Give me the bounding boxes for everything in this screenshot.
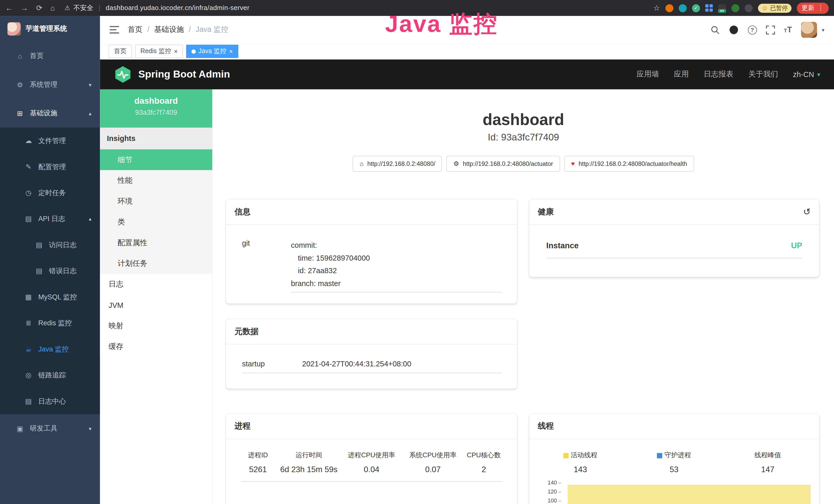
sidebar-item-home[interactable]: ⌂ 首页 xyxy=(0,42,100,70)
chevron-down-icon: ▾ xyxy=(89,82,91,88)
hamburger-icon[interactable] xyxy=(110,26,119,33)
chevron-down-icon: ▾ xyxy=(817,71,820,78)
fullscreen-icon[interactable] xyxy=(766,25,775,34)
instance-name: dashboard xyxy=(100,96,212,106)
leaf-extension-icon[interactable] xyxy=(731,4,739,12)
sba-item-metrics[interactable]: 性能 xyxy=(100,170,212,191)
extension-icon[interactable] xyxy=(679,4,686,12)
history-icon[interactable]: ↺ xyxy=(803,206,811,217)
column-header: 运行时间 xyxy=(279,451,339,460)
redis-icon: ≣ xyxy=(24,319,32,327)
app-title: 芋道管理系统 xyxy=(25,24,67,33)
legend-label: 活动线程 xyxy=(571,451,597,460)
threads-card: 线程 活动线程 143 守护进程 53 线程峰值 147 xyxy=(529,414,819,504)
sidebar-item-java-monitor[interactable]: ☕ Java 监控 xyxy=(0,336,100,362)
tab-java-monitor[interactable]: Java 监控 × xyxy=(186,45,238,58)
sba-item-jvm[interactable]: JVM xyxy=(100,295,212,315)
sidebar-item-access-logs[interactable]: ▤ 访问日志 xyxy=(0,232,100,258)
extension-icon[interactable] xyxy=(665,4,673,12)
search-icon[interactable] xyxy=(710,25,720,34)
sidebar-item-file-manage[interactable]: ☁ 文件管理 xyxy=(0,128,100,154)
close-icon[interactable]: × xyxy=(174,48,178,54)
sba-item-details[interactable]: 细节 xyxy=(100,150,212,170)
tab-label: 首页 xyxy=(114,47,127,56)
breadcrumb-infra[interactable]: 基础设施 xyxy=(142,25,184,35)
sidebar-item-tracing[interactable]: ◎ 链路追踪 xyxy=(0,362,100,388)
metadata-key: startup xyxy=(242,360,302,368)
legend-value: 143 xyxy=(533,465,627,474)
sba-brand[interactable]: Spring Boot Admin xyxy=(114,66,230,84)
chevron-down-icon[interactable]: ▾ xyxy=(822,27,824,33)
nav-wallboard[interactable]: 应用墙 xyxy=(636,70,659,79)
metadata-card: 元数据 startup 2021-04-27T00:44:31.254+08:0… xyxy=(226,319,517,389)
sidebar-item-infra[interactable]: ⊞ 基础设施 ▴ xyxy=(0,99,100,128)
sba-item-environment[interactable]: 环境 xyxy=(100,191,212,211)
tab-redis-monitor[interactable]: Redis 监控 × xyxy=(135,45,183,58)
card-title: 进程 xyxy=(235,421,250,431)
sidebar-item-system[interactable]: ⚙ 系统管理 ▾ xyxy=(0,70,100,99)
help-icon[interactable]: ? xyxy=(748,25,757,34)
site-security[interactable]: ⚠ 不安全 xyxy=(64,3,93,12)
gear-icon: ⚙ xyxy=(16,81,24,89)
extensions-grid-icon[interactable] xyxy=(705,4,712,12)
instance-id-line: Id: 93a3fc7f7409 xyxy=(213,132,834,143)
font-size-icon[interactable]: TT xyxy=(784,25,792,35)
sba-brand-title: Spring Boot Admin xyxy=(138,69,230,81)
github-icon[interactable] xyxy=(728,25,739,35)
paused-badge[interactable]: ☺ 已暂停 xyxy=(758,3,791,12)
divider: | xyxy=(98,4,101,12)
nav-applications[interactable]: 应用 xyxy=(674,70,688,79)
forward-icon[interactable]: → xyxy=(21,4,28,12)
sidebar-item-scheduled-jobs[interactable]: ◷ 定时任务 xyxy=(0,180,100,206)
sidebar-item-dev-tools[interactable]: ▣ 研发工具 ▾ xyxy=(0,414,100,443)
avatar[interactable] xyxy=(801,22,817,38)
sidebar-item-api-logs[interactable]: ▤ API 日志 ▴ xyxy=(0,206,100,232)
legend-value: 147 xyxy=(721,465,815,474)
update-button[interactable]: 更新 ⋮ xyxy=(797,2,829,13)
sba-instance-header[interactable]: dashboard 93a3fc7f7409 xyxy=(100,89,212,128)
health-url-link[interactable]: ♥ http://192.168.0.2:48080/actuator/heal… xyxy=(564,156,694,172)
card-title: 元数据 xyxy=(235,327,258,337)
back-icon[interactable]: ← xyxy=(5,4,13,12)
clock-icon: ◷ xyxy=(24,189,32,197)
actuator-url-link[interactable]: ⚙ http://192.168.0.2:48080/actuator xyxy=(446,156,560,172)
tabs-bar: 首页 Redis 监控 × Java 监控 × xyxy=(100,44,834,60)
switch-extension-icon[interactable]: on xyxy=(718,4,726,12)
sidebar-item-error-logs[interactable]: ▤ 错误日志 xyxy=(0,258,100,284)
sidebar-item-label: 基础设施 xyxy=(30,108,58,118)
bookmark-star-icon[interactable]: ☆ xyxy=(653,4,660,12)
health-card: 健康 ↺ Instance UP xyxy=(529,200,819,277)
tab-home[interactable]: 首页 xyxy=(108,45,132,58)
browser-menu-icon[interactable]: ⋮ xyxy=(817,4,824,12)
sidebar-item-mysql-monitor[interactable]: ▦ MySQL 监控 xyxy=(0,284,100,310)
breadcrumb-home[interactable]: 首页 xyxy=(128,25,142,35)
service-url-link[interactable]: ⌂ http://192.168.0.2:48080/ xyxy=(353,156,442,172)
vue-devtools-icon[interactable]: ✓ xyxy=(692,4,700,12)
extension-icon[interactable] xyxy=(745,4,752,12)
sba-item-scheduledtasks[interactable]: 计划任务 xyxy=(100,253,212,274)
sba-item-classes[interactable]: 类 xyxy=(100,211,212,232)
nav-journal[interactable]: 日志报表 xyxy=(704,70,733,79)
update-label: 更新 xyxy=(802,3,814,12)
info-card: 信息 git commit: time: 1596289704000 id: 2… xyxy=(226,200,517,304)
reload-icon[interactable]: ⟳ xyxy=(36,4,42,12)
small-t: T xyxy=(784,28,787,33)
info-line: commit: xyxy=(291,239,502,252)
address-bar[interactable]: dashboard.yudao.iocoder.cn/infra/admin-s… xyxy=(106,4,250,12)
sba-item-logs[interactable]: 日志 xyxy=(100,274,212,295)
sidebar-item-log-center[interactable]: ▤ 日志中心 xyxy=(0,388,100,414)
nav-about[interactable]: 关于我们 xyxy=(748,70,778,79)
home-icon[interactable]: ⌂ xyxy=(50,4,55,12)
sba-item-mappings[interactable]: 映射 xyxy=(100,315,212,336)
sba-item-caches[interactable]: 缓存 xyxy=(100,336,212,357)
cell-value: 0.07 xyxy=(404,465,462,474)
sidebar-item-label: Java 监控 xyxy=(38,344,69,354)
sidebar-item-config-manage[interactable]: ✎ 配置管理 xyxy=(0,154,100,180)
process-card: 进程 进程ID 运行时间 进程CPU使用率 系统CPU使用率 CPU核心数 52… xyxy=(226,414,517,504)
legend-label: 守护进程 xyxy=(664,451,691,460)
sidebar-item-redis-monitor[interactable]: ≣ Redis 监控 xyxy=(0,310,100,336)
document-icon: ▤ xyxy=(24,397,32,405)
locale-select[interactable]: zh-CN ▾ xyxy=(793,70,820,78)
close-icon[interactable]: × xyxy=(229,48,233,54)
sba-item-configprops[interactable]: 配置属性 xyxy=(100,232,212,253)
